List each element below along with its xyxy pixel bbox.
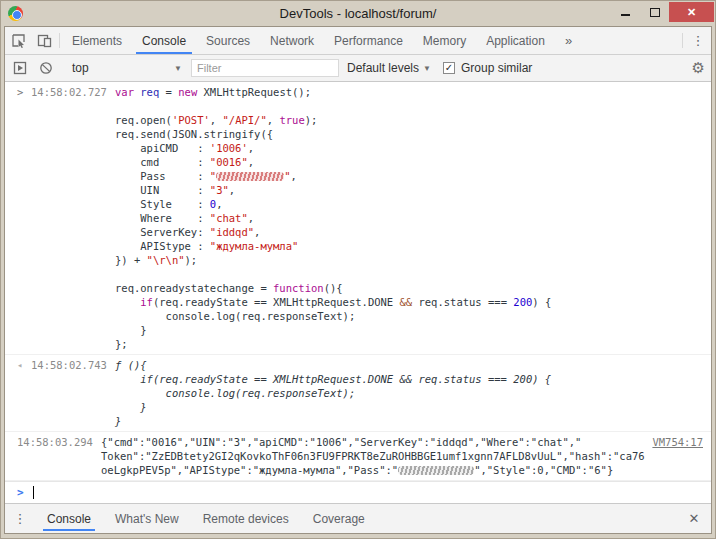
- tab-memory[interactable]: Memory: [413, 27, 476, 54]
- tab-network[interactable]: Network: [260, 27, 324, 54]
- code-token: console.log(req.responseText);: [115, 310, 355, 322]
- context-selector-value: top: [72, 61, 170, 75]
- log-levels-dropdown[interactable]: Default levels ▼: [347, 61, 431, 75]
- chevron-down-icon: ▼: [174, 64, 182, 73]
- code-block: ƒ (){ if(req.readyState == XMLHttpReques…: [115, 358, 703, 428]
- code-token: Token":"ZzEDBtety2GI2qKovkoThF06n3FU9FPR…: [101, 450, 645, 462]
- minimize-button[interactable]: [611, 2, 640, 22]
- context-selector[interactable]: top ▼: [64, 61, 182, 75]
- window-controls: ✕: [611, 2, 714, 22]
- command-chevron-icon: >: [17, 85, 31, 99]
- tab-sources[interactable]: Sources: [196, 27, 260, 54]
- code-token: console.log(req.responseText);: [115, 387, 355, 399]
- drawer-tabbar: ⋮ ConsoleWhat's NewRemote devicesCoverag…: [5, 503, 711, 533]
- code-token: }) +: [115, 254, 147, 266]
- titlebar: DevTools - localhost/forum/ ✕: [1, 1, 715, 26]
- code-token: req: [140, 86, 159, 98]
- drawer-menu-button[interactable]: ⋮: [5, 504, 35, 533]
- maximize-icon: [650, 8, 660, 17]
- show-console-sidebar-button[interactable]: [7, 61, 33, 75]
- code-token: req.onreadystatechange =: [115, 282, 273, 294]
- tab-console[interactable]: Console: [132, 27, 196, 54]
- close-icon: ✕: [687, 6, 696, 19]
- code-token: }: [115, 415, 121, 427]
- code-token: Pass :: [115, 170, 210, 182]
- clear-console-icon: [39, 61, 53, 75]
- code-token: new: [178, 86, 197, 98]
- device-toolbar-icon: [37, 33, 52, 48]
- window-title: DevTools - localhost/forum/: [1, 6, 715, 21]
- maximize-button[interactable]: [640, 2, 669, 22]
- console-row-result: ◂14:58:02.743ƒ (){ if(req.readyState == …: [5, 355, 711, 432]
- redacted-value: [216, 172, 284, 181]
- tab-elements[interactable]: Elements: [62, 27, 132, 54]
- console-input-row[interactable]: >: [5, 481, 711, 503]
- code-token: "iddqd": [210, 226, 254, 238]
- code-token: ","Style":0,"CMD":"6"}: [474, 464, 613, 476]
- log-levels-label: Default levels: [347, 61, 419, 75]
- drawer-tab-remote-devices[interactable]: Remote devices: [191, 504, 301, 533]
- drawer-tab-console[interactable]: Console: [35, 504, 103, 533]
- code-token: req.send(JSON.stringify({: [115, 128, 273, 140]
- code-token: (){: [121, 359, 146, 371]
- overflow-menu-icon: ⋮: [14, 511, 27, 526]
- timestamp: 14:58:02.727: [31, 85, 107, 99]
- console-row-log: 14:58:03.294VM754:17{"cmd":"0016","UIN":…: [5, 432, 711, 481]
- console-row-command: >14:58:02.727var req = new XMLHttpReques…: [5, 82, 711, 355]
- inspect-element-button[interactable]: [5, 27, 31, 54]
- console-toolbar: top ▼ Default levels ▼ ✓ Group similar ⚙: [5, 55, 711, 82]
- code-token: ,: [290, 170, 296, 182]
- code-token: UIN :: [115, 184, 210, 196]
- code-token: ,: [216, 198, 222, 210]
- code-token: XMLHttpRequest();: [197, 86, 311, 98]
- code-token: }: [115, 324, 147, 336]
- code-token: ,: [267, 114, 280, 126]
- filter-input[interactable]: [191, 59, 339, 77]
- tab-application[interactable]: Application: [476, 27, 555, 54]
- code-token: (){: [324, 282, 343, 294]
- timestamp: 14:58:02.743: [31, 358, 107, 372]
- code-token: "\r\n": [147, 254, 185, 266]
- code-token: true: [279, 114, 304, 126]
- code-block: var req = new XMLHttpRequest();req.open(…: [115, 85, 703, 351]
- device-toolbar-button[interactable]: [31, 27, 57, 54]
- code-token: '1006': [210, 142, 248, 154]
- main-menu-button[interactable]: ⋮: [685, 27, 711, 54]
- code-token: "ждумла-мумла": [210, 240, 299, 252]
- code-token: =: [159, 86, 178, 98]
- code-token: oeLgkpPEV5p","APIStype":"ждумла-мумла","…: [101, 464, 398, 476]
- code-token: );: [305, 114, 318, 126]
- toolbar-separator: [682, 33, 683, 48]
- drawer-tabs-container: ConsoleWhat's NewRemote devicesCoverage: [35, 504, 377, 533]
- source-link[interactable]: VM754:17: [652, 435, 703, 449]
- checkbox-check-icon: ✓: [443, 62, 455, 74]
- code-token: apiCMD :: [115, 142, 210, 154]
- code-token: "chat": [210, 212, 248, 224]
- code-token: if: [140, 296, 153, 308]
- devtools-content: ElementsConsoleSourcesNetworkPerformance…: [4, 26, 712, 534]
- code-token: }: [115, 401, 147, 413]
- code-token: ,: [254, 226, 260, 238]
- code-token: (req.readyState == XMLHttpRequest.DONE: [153, 296, 400, 308]
- devtools-window: DevTools - localhost/forum/ ✕ E: [0, 0, 716, 539]
- code-token: ,: [248, 142, 254, 154]
- clear-console-button[interactable]: [33, 61, 59, 75]
- result-arrow-icon: ◂: [17, 358, 31, 372]
- console-settings-button[interactable]: ⚙: [692, 59, 705, 77]
- main-tabs-container: ElementsConsoleSourcesNetworkPerformance…: [62, 27, 555, 54]
- drawer-tab-coverage[interactable]: Coverage: [301, 504, 377, 533]
- code-token: "0016": [210, 156, 248, 168]
- drawer-tab-what-s-new[interactable]: What's New: [103, 504, 191, 533]
- chevron-down-icon: ▼: [423, 64, 431, 73]
- code-token: ,: [210, 114, 223, 126]
- tab-performance[interactable]: Performance: [324, 27, 413, 54]
- console-sidebar-icon: [13, 61, 27, 75]
- more-tabs-button[interactable]: »: [555, 27, 582, 54]
- close-button[interactable]: ✕: [669, 2, 714, 22]
- code-token: Style :: [115, 198, 210, 210]
- inspect-icon: [11, 33, 26, 48]
- drawer-close-button[interactable]: ✕: [677, 504, 711, 533]
- group-similar-checkbox[interactable]: ✓ Group similar: [443, 61, 532, 75]
- redacted-value: [398, 466, 474, 475]
- timestamp: 14:58:03.294: [17, 435, 93, 449]
